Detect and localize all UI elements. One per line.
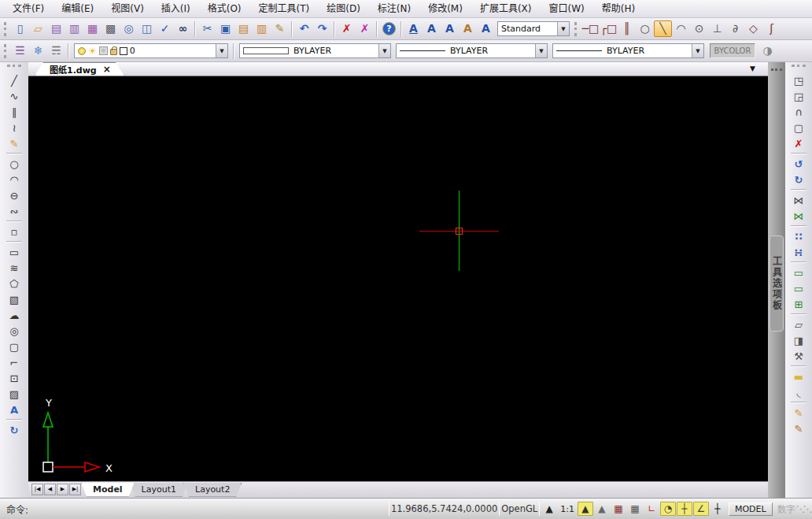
boundary-icon[interactable]: ▧ bbox=[5, 291, 24, 307]
spline-icon[interactable]: ∿ bbox=[5, 88, 24, 104]
annotation-autoscale-icon[interactable]: ▲ bbox=[594, 502, 610, 516]
layer-combo[interactable]: ☀ ❄ 0 ▼ bbox=[74, 43, 228, 58]
layer-properties-icon[interactable]: ☰ bbox=[11, 43, 29, 59]
ellipse-icon[interactable]: ⊖ bbox=[5, 187, 24, 203]
fillet-icon[interactable]: ◟ bbox=[789, 384, 809, 400]
text-edit-icon[interactable]: A bbox=[441, 20, 459, 37]
text-icon[interactable]: A bbox=[5, 402, 24, 417]
array-icon[interactable]: ∷ bbox=[789, 228, 809, 244]
menu-dimension[interactable]: 标注(N) bbox=[370, 2, 419, 17]
snap-arc-midpoint-icon[interactable]: ◠ bbox=[672, 20, 690, 37]
chevron-down-icon[interactable]: ▼ bbox=[535, 44, 547, 57]
osnap-toggle-icon[interactable]: ┼ bbox=[677, 502, 692, 516]
menu-file[interactable]: 文件(F) bbox=[5, 2, 52, 17]
menu-insert[interactable]: 插入(I) bbox=[153, 2, 198, 17]
menu-format[interactable]: 格式(O) bbox=[200, 2, 249, 17]
menu-express-tools[interactable]: 扩展工具(X) bbox=[472, 2, 540, 17]
rotate-reference-icon[interactable]: ↻ bbox=[789, 172, 809, 187]
command-line[interactable]: 命令: bbox=[0, 499, 387, 519]
text-underline-icon[interactable]: A bbox=[404, 20, 423, 37]
toolbar-grip[interactable] bbox=[4, 22, 9, 36]
text-find-icon[interactable]: A bbox=[477, 20, 495, 37]
line-icon[interactable]: ╱ bbox=[5, 72, 24, 88]
toolbar-grip[interactable] bbox=[792, 65, 806, 69]
hatch-icon[interactable]: ▨ bbox=[5, 386, 24, 402]
multiline-icon[interactable]: ≋ bbox=[5, 260, 24, 276]
rectangle-icon[interactable]: ▭ bbox=[5, 244, 24, 260]
snap-center-icon[interactable]: ⊙ bbox=[690, 20, 708, 37]
snap-insertion-icon[interactable]: ʃ bbox=[762, 20, 781, 37]
menu-modify[interactable]: 修改(M) bbox=[420, 2, 471, 17]
cut-icon[interactable]: ✂ bbox=[198, 20, 216, 37]
save-icon[interactable]: ▤ bbox=[47, 20, 65, 37]
tab-nav-last-icon[interactable]: ▶| bbox=[69, 484, 81, 495]
digitizer-label[interactable]: 数字化仪 bbox=[777, 502, 796, 515]
text-style-icon[interactable]: A bbox=[459, 20, 477, 37]
menu-edit[interactable]: 编辑(E) bbox=[54, 2, 102, 17]
stretch-icon[interactable]: ▢ bbox=[789, 120, 809, 135]
match-properties-icon[interactable]: ✎ bbox=[271, 20, 289, 37]
spline-edit-icon[interactable]: ✎ bbox=[789, 421, 809, 436]
array-polar-icon[interactable]: ∺ bbox=[789, 244, 809, 260]
fillet-polyline-icon[interactable]: ⌐ bbox=[5, 354, 24, 370]
snap-intersection-icon[interactable]: ○ bbox=[636, 20, 654, 37]
rotate-icon[interactable]: ↺ bbox=[789, 156, 809, 172]
help-icon[interactable]: ? bbox=[382, 22, 396, 35]
snap-quadrant-icon[interactable]: ◇ bbox=[744, 20, 762, 37]
text-style-combo[interactable]: Standard ▼ bbox=[497, 21, 570, 36]
toolbar-grip[interactable] bbox=[7, 65, 21, 69]
undo-icon[interactable]: ↶ bbox=[295, 20, 313, 37]
close-icon[interactable]: × bbox=[103, 64, 111, 75]
mirror-icon[interactable]: ⋈ bbox=[789, 192, 809, 208]
purge-icon[interactable]: ✗ bbox=[356, 20, 374, 37]
chevron-down-icon[interactable]: ▼ bbox=[216, 44, 227, 57]
chevron-down-icon[interactable]: ▼ bbox=[557, 22, 569, 35]
print-preview-icon[interactable]: ◎ bbox=[120, 20, 138, 37]
grid-toggle-icon[interactable]: ▦ bbox=[627, 502, 643, 516]
menu-custom-tools[interactable]: 定制工具(T) bbox=[251, 2, 318, 17]
tool-palette-tab[interactable]: 工具选项板 bbox=[770, 235, 784, 332]
tab-overflow-icon[interactable]: ▼ bbox=[750, 65, 755, 72]
menu-draw[interactable]: 绘图(D) bbox=[319, 2, 368, 17]
print-icon[interactable]: ▩ bbox=[102, 20, 120, 37]
circle-icon[interactable]: ○ bbox=[5, 156, 24, 172]
mirror-delete-icon[interactable]: ⋈ bbox=[789, 208, 809, 224]
document-tab[interactable]: 图纸1.dwg × bbox=[35, 62, 124, 76]
box-icon[interactable]: ▱ bbox=[789, 317, 809, 332]
polyline-icon[interactable]: ≀ bbox=[5, 120, 24, 135]
redo-icon[interactable]: ↷ bbox=[313, 20, 331, 37]
spell-check-icon[interactable]: ✓ bbox=[156, 20, 174, 37]
resize-grip[interactable]: ⋱⋱ bbox=[796, 504, 810, 514]
plot-style-combo[interactable]: BYLAYER ▼ bbox=[552, 43, 704, 58]
break-icon[interactable]: ⊞ bbox=[789, 296, 809, 312]
menu-view[interactable]: 视图(V) bbox=[103, 2, 152, 17]
erase-object-icon[interactable]: ✗ bbox=[789, 135, 809, 151]
snap-perpendicular-icon[interactable]: ⊥ bbox=[708, 20, 726, 37]
tab-nav-prev-icon[interactable]: ◀ bbox=[44, 484, 56, 495]
copy-multiple-icon[interactable]: ◲ bbox=[789, 88, 809, 104]
wipeout-icon[interactable]: ▢ bbox=[5, 339, 24, 354]
lwt-toggle-icon[interactable]: ┼ bbox=[710, 502, 725, 516]
copy-object-icon[interactable]: ◳ bbox=[789, 72, 809, 88]
pedit-icon[interactable]: ✎ bbox=[789, 405, 809, 421]
clean-screen-icon[interactable]: ◑ bbox=[758, 43, 777, 59]
text-single-icon[interactable]: A bbox=[423, 20, 441, 37]
layer-freeze-icon[interactable]: ❄ bbox=[29, 43, 47, 59]
point-icon[interactable]: ▫ bbox=[5, 224, 24, 239]
palette-grip[interactable] bbox=[771, 69, 782, 72]
renderer-label[interactable]: OpenGL bbox=[501, 503, 537, 514]
snap-endpoint-icon[interactable]: ─□ bbox=[581, 20, 600, 37]
snap-toggle-icon[interactable]: ▦ bbox=[611, 502, 626, 516]
paste-icon[interactable]: ▤ bbox=[234, 20, 253, 37]
tab-nav-first-icon[interactable]: |◀ bbox=[31, 484, 43, 495]
plot-icon[interactable]: ▦ bbox=[83, 20, 102, 37]
lineweight-combo[interactable]: BYLAYER ▼ bbox=[396, 43, 548, 58]
open-file-icon[interactable]: ▱ bbox=[29, 20, 47, 37]
copy-icon[interactable]: ▣ bbox=[216, 20, 234, 37]
mline-icon[interactable]: ∥ bbox=[5, 104, 24, 120]
toolbar-grip[interactable] bbox=[4, 44, 9, 58]
new-file-icon[interactable]: ▯ bbox=[11, 20, 29, 37]
extend-icon[interactable]: ▭ bbox=[789, 265, 809, 280]
menu-window[interactable]: 窗口(W) bbox=[541, 2, 592, 17]
find-icon[interactable]: ∞ bbox=[174, 20, 192, 37]
